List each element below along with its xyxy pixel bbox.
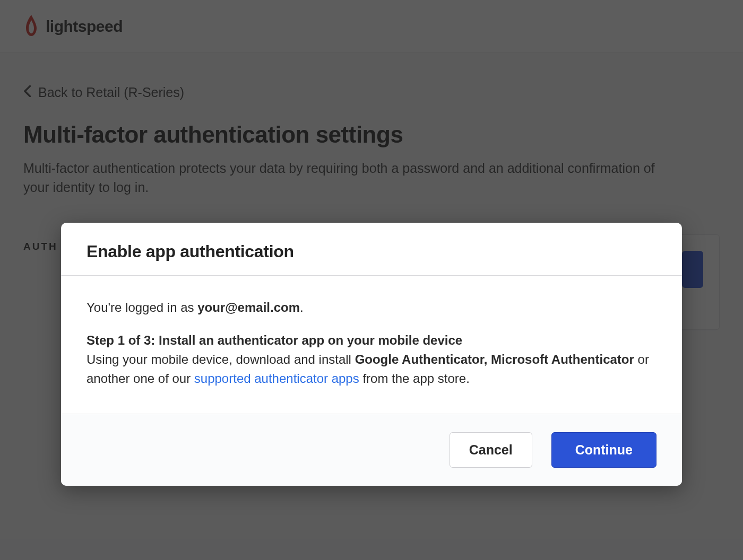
supported-apps-link[interactable]: supported authenticator apps	[194, 371, 359, 386]
instructions-part-a: Using your mobile device, download and i…	[87, 352, 355, 366]
instructions-bold: Google Authenticator, Microsoft Authenti…	[355, 352, 634, 366]
step-heading: Step 1 of 3: Install an authenticator ap…	[87, 333, 462, 347]
modal-header: Enable app authentication	[61, 223, 682, 276]
logged-in-suffix: .	[300, 300, 304, 314]
modal-title: Enable app authentication	[87, 242, 656, 261]
step-instructions: Step 1 of 3: Install an authenticator ap…	[87, 331, 656, 388]
logged-in-email: your@email.com	[197, 300, 300, 314]
enable-app-auth-modal: Enable app authentication You're logged …	[61, 223, 682, 486]
instructions-part-c: from the app store.	[359, 371, 470, 386]
logged-in-text: You're logged in as your@email.com.	[87, 298, 656, 317]
modal-body: You're logged in as your@email.com. Step…	[61, 276, 682, 414]
logged-in-prefix: You're logged in as	[87, 300, 197, 314]
modal-footer: Cancel Continue	[61, 414, 682, 486]
continue-button[interactable]: Continue	[551, 432, 656, 468]
modal-overlay: Enable app authentication You're logged …	[0, 0, 743, 560]
cancel-button[interactable]: Cancel	[450, 432, 532, 468]
